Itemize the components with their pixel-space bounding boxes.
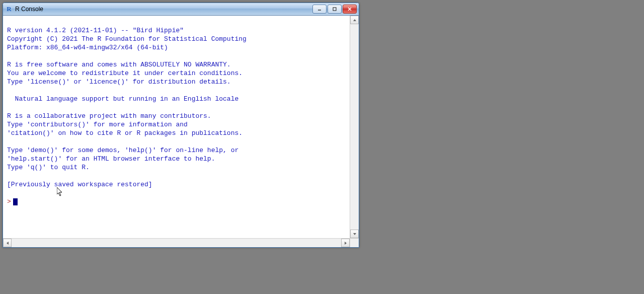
- scroll-down-button[interactable]: [350, 230, 359, 238]
- console-line: Natural language support but running in …: [7, 95, 238, 103]
- console-line: Copyright (C) 2021 The R Foundation for …: [7, 35, 247, 43]
- scroll-right-button[interactable]: [341, 239, 350, 247]
- prompt-symbol: >: [7, 197, 11, 206]
- svg-marker-5: [353, 233, 356, 235]
- console-line: R version 4.1.2 (2021-11-01) -- "Bird Hi…: [7, 27, 184, 34]
- svg-marker-6: [7, 242, 9, 245]
- horizontal-scrollbar[interactable]: [3, 239, 350, 247]
- client-area: R version 4.1.2 (2021-11-01) -- "Bird Hi…: [3, 16, 359, 238]
- scroll-track-horizontal[interactable]: [12, 239, 341, 247]
- console-line: Type 'q()' to quit R.: [7, 164, 90, 171]
- scrollbar-corner: [350, 239, 359, 247]
- titlebar[interactable]: R R Console: [3, 3, 359, 16]
- console-line: 'help.start()' for an HTML browser inter…: [7, 155, 215, 163]
- minimize-button[interactable]: [312, 5, 327, 14]
- scroll-up-button[interactable]: [350, 16, 359, 24]
- maximize-button[interactable]: [328, 5, 342, 14]
- console-line: [Previously saved workspace restored]: [7, 181, 152, 188]
- console-line: R is free software and comes with ABSOLU…: [7, 61, 231, 68]
- vertical-scrollbar[interactable]: [350, 16, 359, 238]
- console-line: R is a collaborative project with many c…: [7, 112, 211, 120]
- svg-rect-1: [333, 8, 336, 11]
- console-line: 'citation()' on how to cite R or R packa…: [7, 129, 243, 137]
- window-title: R Console: [15, 6, 311, 13]
- scroll-track-vertical[interactable]: [350, 24, 359, 230]
- console-line: Platform: x86_64-w64-mingw32/x64 (64-bit…: [7, 44, 168, 51]
- console-line: Type 'contributors()' for more informati…: [7, 121, 188, 128]
- svg-marker-4: [353, 19, 356, 21]
- console-output[interactable]: R version 4.1.2 (2021-11-01) -- "Bird Hi…: [3, 16, 350, 238]
- horizontal-scrollbar-row: [3, 238, 359, 247]
- close-button[interactable]: [343, 5, 357, 14]
- console-line: You are welcome to redistribute it under…: [7, 69, 243, 77]
- console-line: Type 'license()' or 'licence()' for dist…: [7, 78, 231, 86]
- prompt-line[interactable]: >: [7, 197, 347, 206]
- svg-marker-7: [345, 242, 347, 245]
- console-line: Type 'demo()' for some demos, 'help()' f…: [7, 146, 238, 154]
- text-cursor: [13, 198, 18, 205]
- scroll-left-button[interactable]: [3, 239, 12, 247]
- r-console-window: R R Console R version 4.1.2 (2021-11-01)…: [3, 3, 359, 248]
- window-buttons: [311, 5, 357, 14]
- desktop: R R Console R version 4.1.2 (2021-11-01)…: [0, 0, 644, 294]
- r-app-icon: R: [5, 5, 13, 13]
